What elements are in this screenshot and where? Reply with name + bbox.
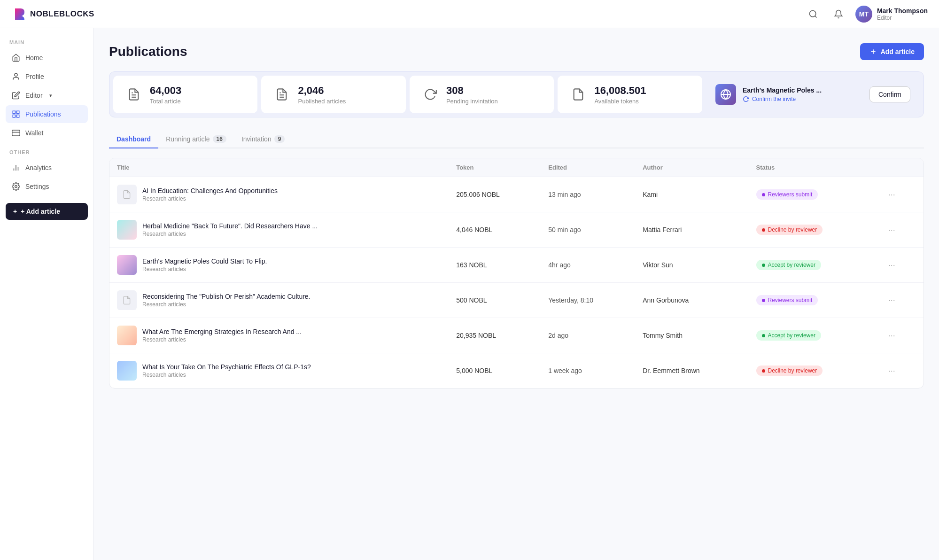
status-badge: Decline by reviewer (756, 225, 823, 235)
sidebar-other-label: OTHER (6, 149, 88, 159)
tab-invitation[interactable]: Invintation 9 (234, 131, 293, 148)
stat-pending-value: 308 (446, 85, 498, 97)
user-info[interactable]: MT Mark Thompson Editor (855, 6, 928, 23)
tab-dashboard[interactable]: Dashboard (109, 131, 158, 148)
cell-token: 5,000 NOBL (449, 353, 541, 389)
more-options-button[interactable]: ··· (885, 294, 899, 307)
plus-icon: + (13, 208, 17, 215)
stat-tokens-value: 16,008.501 (594, 85, 646, 97)
cell-edited: 13 min ago (541, 177, 635, 212)
cell-author: Mattia Ferrari (635, 212, 748, 248)
sidebar-publications-label: Publications (25, 110, 61, 118)
cell-status: Reviewers submit (749, 177, 877, 212)
more-options-button[interactable]: ··· (885, 258, 899, 272)
article-thumb (117, 290, 137, 310)
stat-tokens-info: 16,008.501 Available tokens (594, 85, 646, 105)
status-text: Reviewers submit (768, 297, 813, 303)
svg-point-0 (809, 10, 815, 16)
col-actions (877, 158, 923, 177)
author-value: Viktor Sun (643, 261, 673, 269)
header: NOBLEBLOCKS MT Mark Thompson Editor (0, 0, 939, 28)
article-thumb (117, 220, 137, 240)
status-text: Decline by reviewer (768, 367, 817, 374)
sidebar-home-label: Home (25, 54, 43, 62)
main-content: Publications Add article 64,003 Total ar… (94, 28, 939, 560)
edited-value: 13 min ago (548, 191, 581, 198)
user-details: Mark Thompson Editor (877, 7, 928, 21)
sidebar-profile-label: Profile (25, 73, 44, 80)
sidebar-item-settings[interactable]: Settings (6, 178, 88, 195)
more-options-button[interactable]: ··· (885, 329, 899, 342)
author-value: Ann Gorbunova (643, 296, 689, 304)
author-value: Mattia Ferrari (643, 226, 682, 233)
article-thumb (117, 361, 137, 381)
table-row: Earth's Magnetic Poles Could Start To Fl… (109, 248, 923, 283)
tab-running[interactable]: Running article 16 (158, 131, 234, 148)
plus-circle-icon (869, 48, 877, 55)
sidebar-add-article-label: + Add article (21, 208, 60, 215)
logo-text: NOBLEBLOCKS (30, 9, 94, 19)
cell-status: Decline by reviewer (749, 353, 877, 389)
confirm-card: Earth's Magnetic Poles ... Confirm the i… (706, 76, 920, 113)
stats-row: 64,003 Total article 2,046 Published art… (109, 71, 924, 117)
article-info: What Is Your Take On The Psychiatric Eff… (142, 363, 311, 378)
status-badge: Accept by reviewer (756, 330, 821, 341)
sidebar-item-wallet[interactable]: Wallet (6, 124, 88, 142)
cell-token: 205.006 NOBL (449, 177, 541, 212)
article-info: Reconsidering The "Publish Or Perish" Ac… (142, 293, 310, 308)
article-info: Earth's Magnetic Poles Could Start To Fl… (142, 257, 267, 272)
confirm-invite-button[interactable]: Confirm (869, 86, 910, 102)
author-value: Kami (643, 191, 658, 198)
article-type: Research articles (142, 231, 318, 237)
sidebar-item-analytics[interactable]: Analytics (6, 159, 88, 177)
logo[interactable]: NOBLEBLOCKS (11, 7, 94, 22)
stat-pending-label: Pending invintation (446, 98, 498, 105)
status-text: Accept by reviewer (768, 332, 815, 339)
sidebar-item-home[interactable]: Home (6, 49, 88, 67)
svg-rect-7 (12, 130, 20, 136)
cell-token: 500 NOBL (449, 283, 541, 318)
article-title: AI In Education: Challenges And Opportun… (142, 187, 278, 194)
cell-edited: 2d ago (541, 318, 635, 353)
table-body: AI In Education: Challenges And Opportun… (109, 177, 923, 389)
settings-icon (11, 182, 21, 191)
cell-author: Kami (635, 177, 748, 212)
search-button[interactable] (805, 6, 822, 23)
edit-icon (11, 91, 21, 100)
stat-total-label: Total article (150, 98, 181, 105)
sidebar-main-section: MAIN Home Profile Editor ▾ (6, 39, 88, 142)
svg-point-12 (15, 186, 17, 188)
status-text: Reviewers submit (768, 191, 813, 198)
cell-title: What Are The Emerging Strategies In Rese… (109, 318, 449, 353)
status-dot (762, 228, 765, 232)
user-name: Mark Thompson (877, 7, 928, 15)
more-options-button[interactable]: ··· (885, 188, 899, 202)
status-text: Accept by reviewer (768, 262, 815, 268)
sidebar-item-profile[interactable]: Profile (6, 68, 88, 86)
cell-actions: ··· (877, 283, 923, 318)
cell-token: 4,046 NOBL (449, 212, 541, 248)
more-options-button[interactable]: ··· (885, 223, 899, 237)
user-role: Editor (877, 15, 928, 21)
more-options-button[interactable]: ··· (885, 364, 899, 378)
notifications-button[interactable] (830, 6, 847, 23)
confirm-card-subtitle: Confirm the invite (743, 96, 863, 102)
cell-status: Accept by reviewer (749, 318, 877, 353)
sidebar-item-editor[interactable]: Editor ▾ (6, 86, 88, 104)
article-title: What Is Your Take On The Psychiatric Eff… (142, 363, 311, 371)
svg-point-2 (15, 73, 17, 76)
edited-value: 4hr ago (548, 261, 570, 269)
stat-total-icon (124, 85, 143, 104)
article-title: Herbal Medicine "Back To Future". Did Re… (142, 222, 318, 230)
add-article-top-button[interactable]: Add article (860, 43, 924, 60)
sidebar-add-article-button[interactable]: + + Add article (6, 203, 88, 220)
home-icon (11, 53, 21, 62)
token-value: 5,000 NOBL (456, 367, 492, 374)
cell-status: Decline by reviewer (749, 212, 877, 248)
cell-token: 163 NOBL (449, 248, 541, 283)
sidebar-item-publications[interactable]: Publications (6, 105, 88, 123)
cell-author: Viktor Sun (635, 248, 748, 283)
sidebar-wallet-label: Wallet (25, 129, 43, 137)
cell-edited: Yesterday, 8:10 (541, 283, 635, 318)
article-title: Reconsidering The "Publish Or Perish" Ac… (142, 293, 310, 300)
